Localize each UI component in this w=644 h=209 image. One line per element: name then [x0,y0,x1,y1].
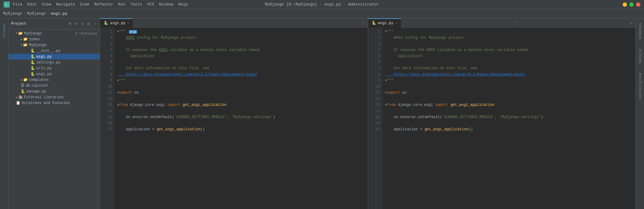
rln-15: 15 [368,114,380,120]
code-right-11: ▼import os [385,90,633,96]
code-right-4: It exposes the WSGI callable as a module… [385,47,633,53]
code-right-12 [385,96,633,102]
wsgi-file-tab-icon: 🐍 [372,21,376,25]
tree-wsgi-file[interactable]: 🐍 wsgi.py [9,71,100,77]
collapse-all-icon[interactable]: ≡ [73,21,78,27]
sidebar-tab: Project [0,18,9,209]
code-left-16 [117,120,365,126]
window-title: MyDjango [D:\MyDjango] - asgi.py - Admin… [265,2,379,7]
tab-asgi[interactable]: 🐍 asgi.py ✕ [100,18,133,27]
code-content-right[interactable]: ▼""" WSGI config for MyDjango project. I… [383,27,636,209]
code-right-2: WSGI config for MyDjango project. [385,35,633,41]
asgi-tab-close[interactable]: ✕ [127,21,129,25]
rln-16: 16 [368,120,380,126]
code-left-9: ▼""" [117,77,365,84]
manage-file-name: manage.py [27,89,97,94]
tab-wsgi[interactable]: 🐍 wsgi.py ✕ [368,18,401,27]
ln-4: 4 [100,47,112,53]
templates-name: templates [29,78,97,82]
db-file-icon: 🗄 [21,83,24,88]
menu-code[interactable]: Code [80,2,89,7]
tree-urls-file[interactable]: 🐍 urls.py [9,65,100,71]
code-right-3 [385,41,633,47]
menu-file[interactable]: File [13,2,22,7]
index-name: index [29,37,97,41]
tree-index-folder[interactable]: ▶ 📁 index [9,36,100,42]
rln-5: 5 [368,53,380,59]
tree-mydjango-folder[interactable]: ▼ 📂 MyDjango [9,42,100,48]
code-left-2: ASGI config for MyDjango project. [117,35,365,41]
menu-view[interactable]: View [41,2,51,7]
menu-window[interactable]: Window [159,2,174,7]
tree-asgi-file[interactable]: 🐍 asgi.py [9,54,100,59]
editor-area: 🐍 asgi.py ✕ ⋮ 1 2 3 4 5 6 7 8 [100,18,635,209]
menu-edit[interactable]: Edit [27,2,37,7]
tree-root[interactable]: ▼ 📂 MyDjango D:\MyDjango [9,31,100,36]
right-tab-sciview[interactable]: SciView [638,47,642,66]
editors-split: 🐍 asgi.py ✕ ⋮ 1 2 3 4 5 6 7 8 [100,18,635,209]
code-right-10 [385,84,633,90]
templates-arrow: ▶ [21,78,23,82]
ln-12: 12 [100,96,112,102]
ln-13: 13 [100,102,112,108]
wsgi-tab-close[interactable]: ✕ [395,21,397,25]
right-sidebar: Database SciView Notifications [635,18,644,209]
mydjango-folder-icon: 📂 [23,43,28,47]
pane-more-icon-left[interactable]: ⋮ [359,19,368,27]
project-tab-label[interactable]: Project [2,21,6,40]
code-right-8: https://docs.djangoproject.com/en/3.1/ho… [385,71,633,77]
init-file-name: __init__.py [36,49,97,53]
menu-refactor[interactable]: Refactor [94,2,113,7]
code-left-4: It exposes the ASGI callable as a module… [117,47,365,53]
rln-10: 10 [368,84,380,90]
tree-scratches-item[interactable]: 📋 Scratches and Consoles [9,100,100,106]
project-panel: Project ⊕ ≡ ⇅ ⚙ — ▼ 📂 MyDjango D:\MyDjan… [9,18,100,209]
main-layout: Project Project ⊕ ≡ ⇅ ⚙ — ▼ 📂 MyDjango D… [0,18,644,209]
menu-vcs[interactable]: VCS [147,2,154,7]
menu-bar[interactable]: File Edit View Navigate Code Refactor Ru… [13,2,188,7]
menu-run[interactable]: Run [118,2,125,7]
code-left-1: ▼""" ✓ 2 [117,29,365,35]
code-left-15: os.environ.setdefault('DJANGO_SETTINGS_M… [117,114,365,120]
breadcrumb-root[interactable]: MyDjango [3,11,22,16]
tree-manage-file[interactable]: 🐍 manage.py [9,88,100,94]
close-button[interactable] [636,2,640,7]
menu-tools[interactable]: Tools [130,2,142,7]
maximize-button[interactable] [629,2,634,7]
close-panel-icon[interactable]: — [92,21,97,27]
root-name: MyDjango [24,31,74,36]
menu-help[interactable]: Help [178,2,188,7]
app-icon: J [4,2,10,8]
tree-settings-file[interactable]: 🐍 settings.py [9,59,100,65]
pane-more-icon-right[interactable]: ⋮ [511,19,520,27]
code-right-5: ``application``. [385,53,633,59]
add-icon[interactable]: ⊕ [67,20,72,27]
rln-12: 12 [368,96,380,102]
urls-file-name: urls.py [36,66,97,70]
rln-2: 2 [368,35,380,41]
sort-icon[interactable]: ⇅ [80,20,85,27]
right-tab-notifications[interactable]: Notifications [638,70,642,102]
tree-external-folder[interactable]: ▶ 📚 External Libraries [9,94,100,100]
code-right-6 [385,59,633,65]
init-file-icon: 🐍 [30,49,35,53]
tree-init-file[interactable]: 🐍 __init__.py [9,48,100,54]
line-numbers-left: 1 2 3 4 5 6 7 8 9 10 11 12 13 14 [100,27,115,209]
mydjango-arrow: ▼ [21,43,23,47]
settings-file-name: settings.py [36,60,97,65]
minimize-button[interactable] [623,2,627,7]
editor-pane-right: 🐍 wsgi.py ✕ ⋮ ✓ 1 2 3 4 5 6 7 [368,18,636,209]
breadcrumb-mid[interactable]: MyDjango [27,11,46,16]
scratches-name: Scratches and Consoles [22,101,97,105]
ln-6: 6 [100,59,112,65]
settings-icon[interactable]: ⚙ [86,20,91,27]
menu-navigate[interactable]: Navigate [56,2,75,7]
right-tab-database[interactable]: Database [638,21,642,42]
tree-db-file[interactable]: 🗄 db.sqlite3 [9,83,100,88]
ln-15: 15 [100,114,112,120]
templates-folder-icon: 📁 [23,77,28,82]
external-folder-icon: 📚 [18,95,23,99]
code-content-left[interactable]: ▼""" ✓ 2 ASGI config for MyDjango projec… [115,27,368,209]
tree-templates-folder[interactable]: ▶ 📁 templates [9,77,100,83]
ln-3: 3 [100,41,112,47]
